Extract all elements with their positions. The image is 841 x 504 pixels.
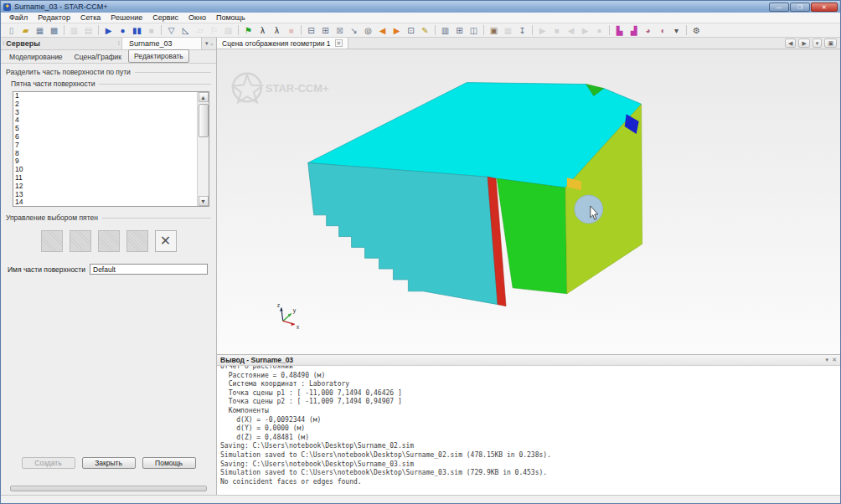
- title-bar[interactable]: ✦ Surname_03 - STAR-CCM+ — ❐ ✕: [1, 1, 840, 13]
- scroll-down-icon[interactable]: ▼: [199, 196, 209, 206]
- annotate-icon[interactable]: ✎: [418, 24, 432, 37]
- menu-item-0[interactable]: Файл: [4, 13, 33, 22]
- tools-icon[interactable]: ◖: [655, 24, 669, 37]
- tab-dropdown-icon[interactable]: ▾: [813, 39, 823, 48]
- menu-item-2[interactable]: Сетка: [75, 13, 106, 22]
- output-close-icon[interactable]: ✕: [832, 357, 837, 363]
- patch-tool-button-3: [98, 230, 120, 252]
- tab-scroll-right-icon[interactable]: ▶: [798, 39, 809, 48]
- tab-edit[interactable]: Редактировать: [128, 49, 189, 63]
- save-all-icon[interactable]: ▩: [47, 24, 61, 37]
- fit-view-icon[interactable]: ⊞: [318, 24, 333, 37]
- output-header[interactable]: Вывод - Surname_03 ▾ ✕: [217, 355, 840, 366]
- console-line: Точка сцены p1 : [ -11,000 7,1494 0,4642…: [220, 389, 840, 399]
- layout-grid-icon[interactable]: ⊞: [452, 24, 467, 37]
- surface-name-input[interactable]: [90, 264, 208, 275]
- settings-gear-icon[interactable]: ⚙: [689, 24, 704, 37]
- snap-view-icon[interactable]: ↘: [347, 24, 361, 37]
- patch-list-item[interactable]: 11: [15, 174, 197, 183]
- patch-list-item[interactable]: 4: [15, 116, 197, 125]
- patch-list-item[interactable]: 8: [15, 150, 197, 158]
- marquee-select-icon[interactable]: ▽: [164, 24, 178, 37]
- status-bar: [1, 495, 840, 503]
- menu-item-1[interactable]: Редактор: [33, 13, 75, 22]
- step-forward-icon: ▶: [578, 24, 592, 37]
- patch-list-item[interactable]: 5: [15, 125, 197, 133]
- output-dropdown-icon[interactable]: ▾: [826, 357, 829, 363]
- abort-icon: ■: [284, 24, 298, 37]
- maximize-button[interactable]: ❐: [790, 3, 810, 12]
- hardcopy-icon[interactable]: ▙: [612, 24, 627, 37]
- patch-list-item[interactable]: 2: [15, 100, 197, 109]
- scroll-up-icon[interactable]: ▲: [199, 92, 209, 102]
- mesh-tool-icon[interactable]: ▣: [487, 24, 501, 37]
- tab-pin-icon[interactable]: ▫: [211, 41, 213, 47]
- zone-select-icon[interactable]: ◺: [178, 24, 193, 37]
- pause-icon[interactable]: ▮▮: [130, 24, 144, 37]
- patch-list-item[interactable]: 12: [15, 183, 197, 191]
- patch-list-item[interactable]: 10: [15, 166, 197, 174]
- close-button[interactable]: ✕: [811, 3, 838, 12]
- console-line: Simulation saved to C:\Users\notebook\De…: [220, 469, 840, 478]
- scroll-thumb[interactable]: [199, 104, 209, 137]
- open-file-icon[interactable]: ▰: [18, 24, 33, 37]
- patch-list-item[interactable]: 13: [15, 191, 197, 199]
- menu-item-6[interactable]: Помощь: [211, 13, 250, 22]
- patch-list-scrollbar[interactable]: ▲ ▼: [197, 92, 209, 206]
- magnifier-icon[interactable]: ◎: [361, 24, 375, 37]
- plot-icon[interactable]: ▟: [627, 24, 641, 37]
- scene-tab[interactable]: Сцена отображения геометрии 1 ✕: [217, 38, 348, 49]
- help-button[interactable]: Помощь: [142, 457, 196, 469]
- menu-item-3[interactable]: Решение: [106, 13, 147, 22]
- menu-item-4[interactable]: Сервис: [147, 13, 183, 22]
- toolbar-separator: [161, 25, 162, 35]
- run-person-icon[interactable]: λ: [270, 24, 284, 37]
- patch-list-item[interactable]: 9: [15, 157, 197, 166]
- menu-item-5[interactable]: Окно: [183, 13, 211, 22]
- app-window: ✦ Surname_03 - STAR-CCM+ — ❐ ✕ ФайлРедак…: [0, 0, 841, 504]
- toolbar-separator: [435, 25, 436, 35]
- run-icon[interactable]: ▶: [101, 24, 116, 37]
- patch-list-item[interactable]: 3: [15, 109, 197, 117]
- svg-text:y: y: [293, 307, 297, 314]
- green-flag-icon[interactable]: ⚑: [241, 24, 255, 37]
- record-icon[interactable]: ●: [116, 24, 130, 37]
- export-view-icon[interactable]: ↧: [515, 24, 529, 37]
- left-panel-header: ⁞ Серверы ⁞ Surname_03 ▾ ▫: [1, 38, 216, 50]
- console-line: Отчет о расстоянии: [220, 366, 840, 372]
- view-forward-icon[interactable]: ▶: [390, 24, 404, 37]
- tab-scene-plot[interactable]: Сцена/График: [70, 51, 126, 63]
- walk-person-icon[interactable]: λ: [255, 24, 270, 37]
- console-line: Система координат : Laboratory: [220, 380, 840, 389]
- tab-scroll-left-icon[interactable]: ◀: [785, 39, 796, 48]
- new-scene-icon[interactable]: ⊡: [404, 24, 418, 37]
- console-line: d(Y) = 0,0000 (м): [220, 424, 840, 434]
- minimize-button[interactable]: —: [769, 3, 789, 12]
- output-console[interactable]: Отчет о расстоянии Расстояние = 0,48490 …: [217, 366, 840, 495]
- close-editor-button[interactable]: Закрыть: [82, 457, 136, 469]
- layout-columns-icon[interactable]: ▥: [438, 24, 452, 37]
- toolbar-separator: [686, 25, 687, 35]
- maximize-view-icon[interactable]: ▣: [824, 39, 837, 48]
- geometry-scene[interactable]: STAR-CCM+: [217, 49, 840, 354]
- selection-buttons: ✕: [6, 230, 211, 252]
- new-file-icon[interactable]: ▯: [4, 24, 18, 37]
- patch-list-item[interactable]: 1: [15, 92, 197, 100]
- snapshot-icon[interactable]: ◕: [641, 24, 655, 37]
- reset-view-icon[interactable]: ⊟: [304, 24, 318, 37]
- clear-selection-button[interactable]: ✕: [155, 230, 177, 252]
- patch-list-item[interactable]: 14: [15, 198, 197, 207]
- tab-modeling[interactable]: Моделирование: [4, 51, 68, 63]
- layout-split-icon[interactable]: ◫: [467, 24, 481, 37]
- patch-list-item[interactable]: 7: [15, 141, 197, 150]
- document-tab[interactable]: Surname_03: [121, 38, 202, 49]
- patch-list[interactable]: 1234567891011121314 ▲ ▼: [13, 91, 209, 207]
- patches-group-label: Пятна части поверхности: [11, 80, 211, 88]
- rubberband-zoom-icon[interactable]: ⊠: [333, 24, 347, 37]
- patch-list-item[interactable]: 6: [15, 133, 197, 141]
- scene-tab-close-icon[interactable]: ✕: [335, 39, 343, 47]
- view-back-icon[interactable]: ◀: [375, 24, 390, 37]
- save-icon[interactable]: ▦: [33, 24, 47, 37]
- dropdown-caret-icon[interactable]: ▾: [669, 24, 684, 37]
- tab-list-icon[interactable]: ▾: [205, 40, 209, 47]
